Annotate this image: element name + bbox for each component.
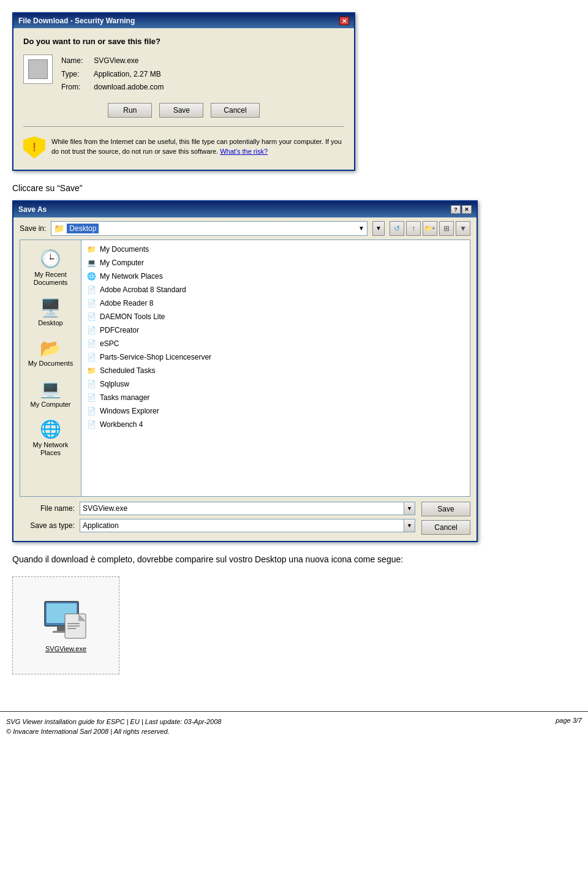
file-name-row: Name: SVGView.exe: [61, 55, 164, 68]
dialog-question: Do you want to run or save this file?: [23, 37, 344, 46]
file-name-value: SVGView.exe: [94, 56, 138, 65]
file-download-body: Do you want to run or save this file? Na…: [13, 28, 354, 170]
sidebar-item-recent[interactable]: 🕒 My RecentDocuments: [23, 245, 78, 291]
list-item-name: Workbench 4: [100, 420, 143, 429]
svg-rect-7: [67, 625, 80, 627]
saveastype-dropdown-arrow[interactable]: ▼: [404, 519, 415, 532]
warning-link[interactable]: What's the risk?: [220, 148, 268, 155]
savein-dropdown[interactable]: 📁 Desktop ▼: [51, 221, 368, 236]
saveas-side-buttons: Save Cancel: [421, 502, 470, 535]
list-item-name: Adobe Reader 8: [100, 299, 153, 308]
list-item-name: PDFCreator: [100, 326, 139, 334]
sidebar-item-mydocs[interactable]: 📂 My Documents: [23, 334, 78, 372]
saveas-title: Save As: [18, 205, 47, 214]
saveas-toolbar: Save in: 📁 Desktop ▼ ▼ ↺ ↑ 📁+ ⊞ ▼: [13, 217, 477, 240]
list-item-name: eSPC: [100, 339, 119, 348]
svgview-icon-svg: [42, 598, 91, 641]
close-button[interactable]: ✕: [339, 17, 349, 25]
app-icon: 📄: [86, 420, 96, 429]
list-item-name: Scheduled Tasks: [100, 366, 156, 375]
file-type-row: Type: Application, 2.27 MB: [61, 68, 164, 81]
saveas-bottom: File name: ▼ Save as type: ▼: [13, 497, 477, 541]
computer-icon: 💻: [86, 258, 96, 268]
list-item[interactable]: 📄 Adobe Acrobat 8 Standard: [84, 283, 467, 296]
sidebar-item-desktop[interactable]: 🖥️ Desktop: [23, 293, 78, 331]
filename-input[interactable]: [80, 503, 404, 514]
nav-newfolder-button[interactable]: 📁+: [423, 221, 437, 236]
warning-message: While files from the Internet can be use…: [51, 138, 342, 156]
sidebar-recent-label: My RecentDocuments: [34, 271, 68, 287]
instruction-text-2: Quando il download è completo, dovrebbe …: [12, 554, 576, 564]
saveas-save-button[interactable]: Save: [421, 502, 470, 516]
sidebar-network-label: My NetworkPlaces: [32, 441, 68, 457]
cancel-button[interactable]: Cancel: [211, 103, 259, 118]
file-download-dialog: File Download - Security Warning ✕ Do yo…: [12, 12, 355, 171]
list-item[interactable]: 🌐 My Network Places: [84, 270, 467, 283]
sidebar-item-network[interactable]: 🌐 My NetworkPlaces: [23, 415, 78, 461]
list-item[interactable]: 📄 Parts-Service-Shop Licenceserver: [84, 350, 467, 364]
save-button[interactable]: Save: [159, 103, 203, 118]
list-item[interactable]: 📄 Workbench 4: [84, 418, 467, 431]
savein-folder-icon: 📁: [54, 224, 64, 233]
footer-line2: © Invacare International Sarl 2008 | All…: [6, 727, 221, 737]
list-item[interactable]: 📄 Tasks manager: [84, 391, 467, 404]
warning-shield-icon: !: [23, 137, 45, 159]
saveas-bottom-inner: File name: ▼ Save as type: ▼: [20, 502, 470, 536]
network-places-icon: 🌐: [41, 420, 61, 439]
file-type-label: Type:: [61, 68, 92, 81]
sidebar-desktop-label: Desktop: [38, 319, 62, 327]
list-item[interactable]: 📄 Adobe Reader 8: [84, 296, 467, 310]
app-icon: 📄: [86, 393, 96, 402]
file-name-label: Name:: [61, 55, 92, 68]
folder-icon: 📁: [86, 244, 96, 254]
list-item[interactable]: 📁 My Documents: [84, 243, 467, 256]
nav-back-button[interactable]: ↺: [390, 221, 404, 236]
filename-dropdown-arrow[interactable]: ▼: [404, 502, 415, 515]
my-documents-icon: 📂: [41, 338, 61, 358]
filename-row: File name: ▼: [20, 502, 415, 515]
file-icon-inner: [28, 59, 48, 79]
list-item-name: My Network Places: [100, 272, 163, 281]
savein-label: Save in:: [20, 224, 46, 233]
footer-right: page 3/7: [556, 717, 582, 724]
list-item[interactable]: 📁 Scheduled Tasks: [84, 364, 467, 377]
list-item[interactable]: 📄 eSPC: [84, 337, 467, 350]
help-button[interactable]: ?: [451, 205, 461, 214]
svgview-desktop-icon[interactable]: SVGView.exe: [12, 576, 119, 674]
saveas-titlebar: Save As ? ✕: [13, 202, 477, 217]
savein-dropdown-button[interactable]: ▼: [372, 221, 385, 236]
list-item-name: Adobe Acrobat 8 Standard: [100, 285, 186, 294]
warning-text: While files from the Internet can be use…: [51, 137, 344, 157]
list-item[interactable]: 💻 My Computer: [84, 256, 467, 270]
svg-rect-6: [67, 623, 80, 624]
sidebar-mydocs-label: My Documents: [28, 360, 73, 368]
nav-tools-button[interactable]: ▼: [456, 221, 470, 236]
saveas-cancel-button[interactable]: Cancel: [421, 520, 470, 535]
dialog-buttons: Run Save Cancel: [23, 103, 344, 118]
app-icon: 📄: [86, 379, 96, 389]
list-item-name: Parts-Service-Shop Licenceserver: [100, 353, 211, 361]
list-item[interactable]: 📄 Sqlplusw: [84, 377, 467, 391]
list-item[interactable]: 📄 Windows Explorer: [84, 404, 467, 418]
sidebar-mycomputer-label: My Computer: [30, 401, 70, 409]
app-icon: 📄: [86, 312, 96, 322]
nav-view-button[interactable]: ⊞: [439, 221, 454, 236]
svgview-icon-label: SVGView.exe: [45, 645, 86, 652]
file-icon: [23, 55, 53, 84]
list-item[interactable]: 📄 PDFCreator: [84, 323, 467, 337]
run-button[interactable]: Run: [108, 103, 152, 118]
sidebar-item-mycomputer[interactable]: 💻 My Computer: [23, 375, 78, 413]
list-item[interactable]: 📄 DAEMON Tools Lite: [84, 310, 467, 323]
my-computer-icon: 💻: [41, 379, 61, 399]
saveas-close-button[interactable]: ✕: [462, 205, 472, 214]
shield-shape: !: [23, 137, 45, 159]
nav-up-button[interactable]: ↑: [406, 221, 421, 236]
folder-special-icon: 📁: [86, 366, 96, 376]
file-download-titlebar: File Download - Security Warning ✕: [13, 13, 354, 28]
saveastype-input[interactable]: [80, 520, 404, 531]
desktop-icon-container: SVGView.exe: [12, 576, 576, 674]
page-content: File Download - Security Warning ✕ Do yo…: [0, 0, 588, 699]
footer-line1: SVG Viewer installation guide for ESPC |…: [6, 717, 221, 727]
dialog-separator: [23, 126, 344, 127]
nav-buttons: ↺ ↑ 📁+ ⊞ ▼: [390, 221, 470, 236]
